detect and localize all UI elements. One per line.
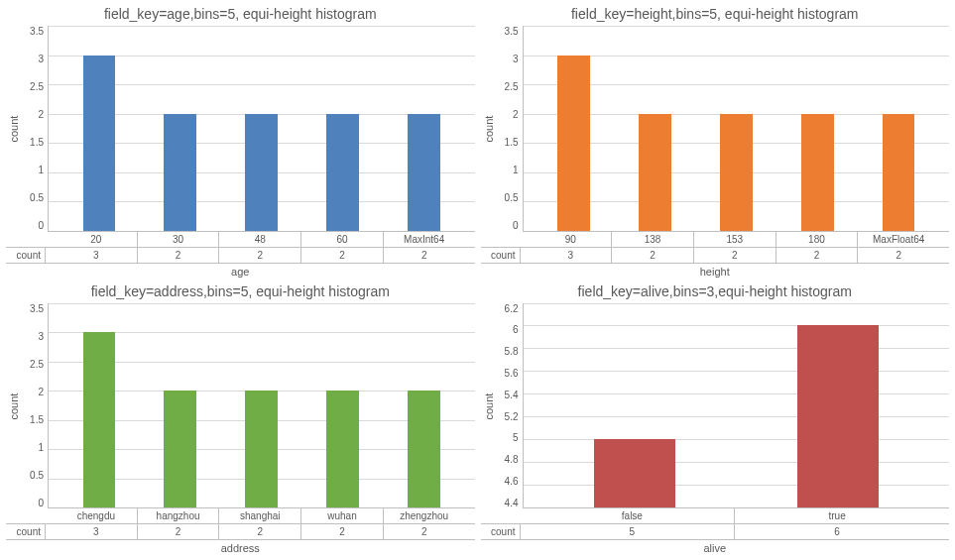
x-category: 153 bbox=[693, 232, 776, 247]
x-category: 138 bbox=[611, 232, 693, 247]
y-axis-ticks: 3.532.521.510.50 bbox=[22, 26, 48, 232]
bar bbox=[326, 114, 359, 231]
plot-area bbox=[523, 26, 950, 232]
y-tick: 5.4 bbox=[505, 390, 519, 400]
legend: count bbox=[495, 524, 521, 539]
bar bbox=[594, 439, 675, 507]
bar bbox=[720, 114, 753, 231]
x-category: shanghai bbox=[218, 508, 300, 523]
data-value: 5 bbox=[531, 524, 735, 539]
x-categories-row: chengduhangzhoushanghaiwuhanzhengzhou bbox=[6, 508, 475, 524]
x-axis-label: alive bbox=[481, 540, 950, 554]
y-tick: 5.6 bbox=[505, 368, 519, 379]
chart-height: field_key=height,bins=5, equi-height his… bbox=[481, 6, 950, 278]
x-categories-row: 90138153180MaxFloat64 bbox=[481, 232, 950, 248]
bar bbox=[83, 332, 116, 507]
x-categories-row: 20304860MaxInt64 bbox=[6, 232, 475, 248]
x-category: 20 bbox=[56, 232, 137, 247]
bar bbox=[245, 114, 278, 231]
data-value: 2 bbox=[137, 248, 219, 263]
chart-title: field_key=age,bins=5, equi-height histog… bbox=[6, 6, 475, 22]
data-table-row: count32222 bbox=[481, 248, 950, 264]
legend-label: count bbox=[17, 526, 41, 537]
bar bbox=[883, 114, 915, 231]
x-axis-label: age bbox=[6, 264, 475, 278]
data-value: 6 bbox=[734, 524, 939, 539]
plot-area bbox=[48, 303, 475, 509]
y-tick: 6 bbox=[513, 324, 519, 335]
x-axis-label: height bbox=[481, 264, 950, 278]
y-axis-label: count bbox=[6, 26, 22, 232]
y-tick: 3 bbox=[38, 54, 44, 64]
data-table-row: count32222 bbox=[6, 524, 475, 540]
bar bbox=[83, 56, 116, 231]
y-axis-label: count bbox=[481, 303, 497, 509]
bar bbox=[164, 391, 196, 507]
bar bbox=[245, 391, 278, 507]
x-axis-label: address bbox=[6, 540, 475, 554]
x-category: 48 bbox=[218, 232, 300, 247]
data-value: 3 bbox=[56, 248, 137, 263]
bar bbox=[408, 391, 440, 507]
y-tick: 0.5 bbox=[30, 192, 44, 203]
chart-title: field_key=alive,bins=3,equi-height histo… bbox=[481, 283, 950, 299]
x-category: hangzhou bbox=[137, 508, 219, 523]
legend-label: count bbox=[491, 526, 515, 537]
data-value: 2 bbox=[776, 248, 858, 263]
data-value: 2 bbox=[857, 248, 939, 263]
chart-address: field_key=address,bins=5, equi-height hi… bbox=[6, 283, 475, 555]
y-tick: 2.5 bbox=[505, 81, 519, 92]
y-axis-label: count bbox=[6, 303, 22, 509]
legend-label: count bbox=[17, 250, 41, 261]
x-category: zhengzhou bbox=[383, 508, 465, 523]
x-category: 30 bbox=[137, 232, 219, 247]
chart-age: field_key=age,bins=5, equi-height histog… bbox=[6, 6, 475, 278]
y-axis-ticks: 3.532.521.510.50 bbox=[22, 303, 48, 509]
y-tick: 3 bbox=[38, 331, 44, 342]
data-value: 2 bbox=[218, 524, 300, 539]
data-value: 2 bbox=[383, 248, 465, 263]
y-tick: 3.5 bbox=[30, 26, 44, 37]
x-category: 180 bbox=[776, 232, 858, 247]
y-tick: 2 bbox=[38, 387, 44, 397]
bar bbox=[801, 114, 834, 231]
x-category: 90 bbox=[531, 232, 612, 247]
y-tick: 4.8 bbox=[505, 454, 519, 465]
bar bbox=[408, 114, 440, 231]
x-category: 60 bbox=[300, 232, 383, 247]
bar bbox=[164, 114, 196, 231]
x-category: MaxFloat64 bbox=[857, 232, 939, 247]
plot-area bbox=[48, 26, 475, 232]
x-category: MaxInt64 bbox=[383, 232, 465, 247]
data-value: 2 bbox=[300, 248, 383, 263]
chart-title: field_key=height,bins=5, equi-height his… bbox=[481, 6, 950, 22]
x-category: true bbox=[734, 508, 939, 523]
y-tick: 0 bbox=[38, 498, 44, 508]
x-category: false bbox=[531, 508, 735, 523]
y-tick: 0 bbox=[38, 220, 44, 231]
x-category: wuhan bbox=[300, 508, 383, 523]
y-tick: 2.5 bbox=[30, 359, 44, 370]
y-tick: 3 bbox=[513, 54, 519, 64]
x-categories-row: falsetrue bbox=[481, 508, 950, 524]
y-axis-ticks: 6.265.85.65.45.254.84.64.4 bbox=[497, 303, 523, 509]
y-tick: 3.5 bbox=[505, 26, 519, 37]
x-category: chengdu bbox=[56, 508, 137, 523]
y-tick: 2.5 bbox=[30, 81, 44, 92]
data-value: 2 bbox=[693, 248, 776, 263]
y-tick: 5.8 bbox=[505, 346, 519, 357]
y-tick: 4.6 bbox=[505, 476, 519, 487]
data-value: 3 bbox=[56, 524, 137, 539]
data-table-row: count56 bbox=[481, 524, 950, 540]
data-value: 2 bbox=[137, 524, 219, 539]
bar bbox=[557, 56, 590, 231]
data-table-row: count32222 bbox=[6, 248, 475, 264]
y-tick: 1 bbox=[38, 165, 44, 175]
y-tick: 6.2 bbox=[505, 303, 519, 314]
y-tick: 0.5 bbox=[505, 192, 519, 203]
data-value: 2 bbox=[300, 524, 383, 539]
y-tick: 2 bbox=[513, 109, 519, 120]
legend-label: count bbox=[491, 250, 515, 261]
data-value: 2 bbox=[218, 248, 300, 263]
y-tick: 3.5 bbox=[30, 303, 44, 314]
